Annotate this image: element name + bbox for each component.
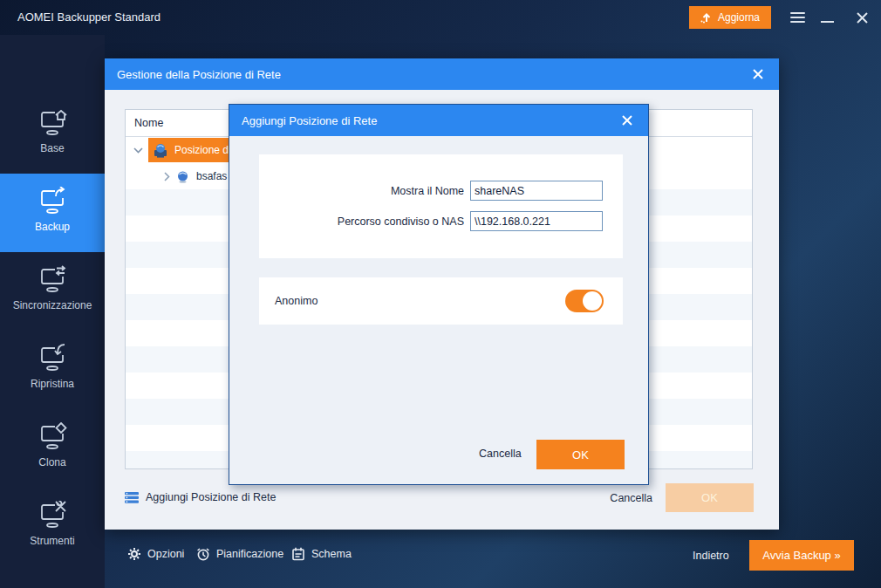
share-path-input[interactable] xyxy=(470,211,603,231)
network-dialog-title: Gestione della Posizione di Rete xyxy=(117,68,281,81)
monitor-backup-icon xyxy=(0,187,105,215)
monitor-home-icon xyxy=(0,108,105,136)
share-path-label: Percorso condiviso o NAS xyxy=(259,215,470,228)
globe-icon xyxy=(176,170,189,183)
network-dialog-header: Gestione della Posizione di Rete xyxy=(105,58,779,90)
window-close-icon[interactable] xyxy=(849,0,875,35)
sidebar-item-clone[interactable]: Clona xyxy=(0,409,105,488)
sidebar-item-label: Clona xyxy=(0,456,105,468)
menu-icon[interactable] xyxy=(784,0,810,35)
display-name-label: Mostra il Nome xyxy=(259,185,470,197)
sidebar: Base Backup Sincronizzazione xyxy=(0,35,105,588)
options-button[interactable]: Opzioni xyxy=(127,547,184,561)
alarm-clock-icon xyxy=(196,547,210,561)
add-cancel-button[interactable]: Cancella xyxy=(479,448,522,460)
form-panel: Mostra il Nome Percorso condiviso o NAS xyxy=(259,154,623,258)
add-link-label: Aggiungi Posizione di Rete xyxy=(146,491,276,503)
calendar-icon xyxy=(291,547,305,561)
options-label: Opzioni xyxy=(147,548,184,560)
start-backup-button[interactable]: Avvia Backup » xyxy=(749,540,854,571)
scheme-label: Schema xyxy=(311,548,352,560)
dialog-cancel-button[interactable]: Cancella xyxy=(610,492,652,504)
schedule-button[interactable]: Pianificazione xyxy=(196,547,283,561)
add-dialog-close-icon[interactable] xyxy=(613,105,641,136)
child-row-label: bsafas xyxy=(196,170,227,182)
minimize-icon[interactable] xyxy=(814,0,840,35)
monitor-sync-icon xyxy=(0,265,105,293)
sidebar-item-backup[interactable]: Backup xyxy=(0,174,105,252)
dialog-ok-button-disabled[interactable]: OK xyxy=(666,483,754,512)
list-icon xyxy=(125,492,139,503)
add-network-location-link[interactable]: Aggiungi Posizione di Rete xyxy=(125,491,276,503)
network-computer-icon xyxy=(153,143,168,158)
titlebar: AOMEI Backupper Standard Aggiorna xyxy=(0,0,881,35)
sidebar-item-restore[interactable]: Ripristina xyxy=(0,331,105,409)
monitor-clone-icon xyxy=(0,422,105,450)
sidebar-item-label: Backup xyxy=(0,221,105,233)
chevron-right-icon[interactable] xyxy=(160,170,173,182)
sidebar-item-label: Sincronizzazione xyxy=(0,299,105,311)
sidebar-item-base[interactable]: Base xyxy=(0,95,105,174)
monitor-restore-icon xyxy=(0,344,105,372)
add-ok-button[interactable]: OK xyxy=(536,440,625,469)
sidebar-item-label: Ripristina xyxy=(0,378,105,390)
app-title: AOMEI Backupper Standard xyxy=(17,10,160,24)
gear-icon xyxy=(127,547,141,561)
back-button[interactable]: Indietro xyxy=(693,550,729,562)
sidebar-item-tools[interactable]: Strumenti xyxy=(0,488,105,566)
add-dialog-title: Aggiungi Posizione di Rete xyxy=(242,114,377,127)
update-button[interactable]: Aggiorna xyxy=(689,6,771,29)
upload-arrow-icon xyxy=(700,12,713,24)
anonymous-panel: Anonimo xyxy=(259,277,623,325)
update-button-label: Aggiorna xyxy=(718,11,760,24)
network-dialog-close-icon[interactable] xyxy=(744,58,772,90)
sidebar-item-label: Base xyxy=(0,142,105,154)
display-name-input[interactable] xyxy=(470,181,603,201)
monitor-tools-icon xyxy=(0,501,105,529)
sidebar-item-label: Strumenti xyxy=(0,535,105,547)
scheme-button[interactable]: Schema xyxy=(291,547,352,561)
anonymous-label: Anonimo xyxy=(275,295,318,307)
add-dialog-header: Aggiungi Posizione di Rete xyxy=(229,105,648,136)
schedule-label: Pianificazione xyxy=(216,548,283,560)
add-network-dialog: Aggiungi Posizione di Rete Mostra il Nom… xyxy=(229,104,649,485)
sidebar-item-sync[interactable]: Sincronizzazione xyxy=(0,252,105,331)
toggle-knob xyxy=(583,291,602,311)
chevron-down-icon[interactable] xyxy=(132,144,144,156)
anonymous-toggle[interactable] xyxy=(565,290,604,312)
